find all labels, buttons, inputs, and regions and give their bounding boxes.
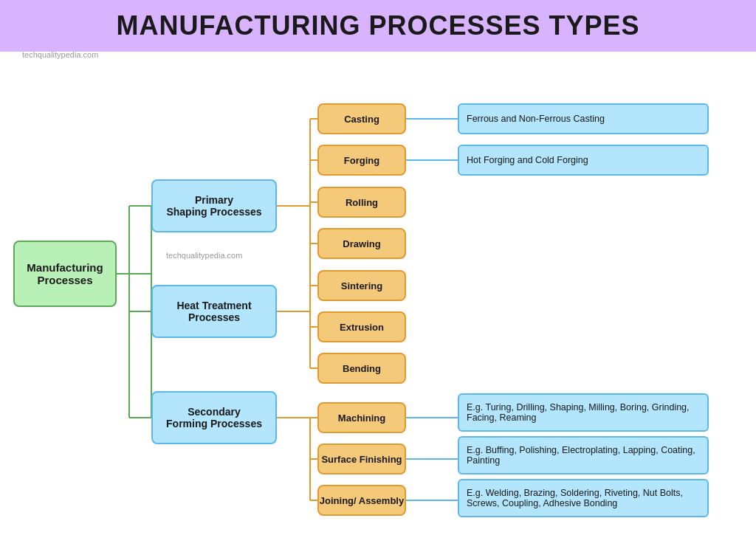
diagram: Manufacturing Processes Primary Shaping … [0, 43, 756, 535]
forging-label: Forging [344, 155, 379, 166]
box-casting: Casting [317, 103, 406, 134]
sintering-label: Sintering [341, 280, 382, 291]
box-rolling: Rolling [317, 187, 406, 218]
detail-joining: E.g. Welding, Brazing, Soldering, Riveti… [458, 479, 709, 517]
primary-label: Primary Shaping Processes [166, 194, 261, 218]
bending-label: Bending [343, 363, 381, 374]
machining-label: Machining [338, 413, 385, 424]
box-joining: Joining/ Assembly [317, 485, 406, 516]
detail-surface: E.g. Buffing, Polishing, Electroplating,… [458, 436, 709, 474]
box-primary-shaping: Primary Shaping Processes [151, 179, 277, 232]
box-heat-treatment: Heat Treatment Processes [151, 285, 277, 338]
surface-label: Surface Finishing [321, 454, 402, 465]
mfg-label: Manufacturing Processes [27, 261, 103, 286]
secondary-label: Secondary Forming Processes [166, 406, 262, 429]
ferrous-detail: Ferrous and Non-Ferrous Casting [467, 114, 605, 124]
box-sintering: Sintering [317, 270, 406, 301]
forging-detail: Hot Forging and Cold Forging [467, 155, 588, 165]
box-secondary-forming: Secondary Forming Processes [151, 391, 277, 444]
detail-ferrous: Ferrous and Non-Ferrous Casting [458, 103, 709, 134]
box-extrusion: Extrusion [317, 311, 406, 342]
detail-forging: Hot Forging and Cold Forging [458, 145, 709, 176]
box-surface-finishing: Surface Finishing [317, 443, 406, 474]
box-manufacturing: Manufacturing Processes [13, 241, 117, 307]
page: MANUFACTURING PROCESSES TYPES techqualit… [0, 0, 756, 535]
box-machining: Machining [317, 402, 406, 433]
joining-label: Joining/ Assembly [320, 495, 404, 506]
box-drawing: Drawing [317, 228, 406, 259]
box-forging: Forging [317, 145, 406, 176]
surface-detail: E.g. Buffing, Polishing, Electroplating,… [467, 445, 700, 466]
page-title: MANUFACTURING PROCESSES TYPES [7, 10, 749, 41]
box-bending: Bending [317, 353, 406, 384]
casting-label: Casting [344, 114, 379, 125]
rolling-label: Rolling [346, 197, 378, 208]
machining-detail: E.g. Turing, Drilling, Shaping, Milling,… [467, 402, 700, 423]
joining-detail: E.g. Welding, Brazing, Soldering, Riveti… [467, 488, 700, 508]
detail-machining: E.g. Turing, Drilling, Shaping, Milling,… [458, 393, 709, 432]
heat-label: Heat Treatment Processes [176, 300, 251, 323]
drawing-label: Drawing [343, 238, 380, 249]
extrusion-label: Extrusion [340, 322, 384, 333]
